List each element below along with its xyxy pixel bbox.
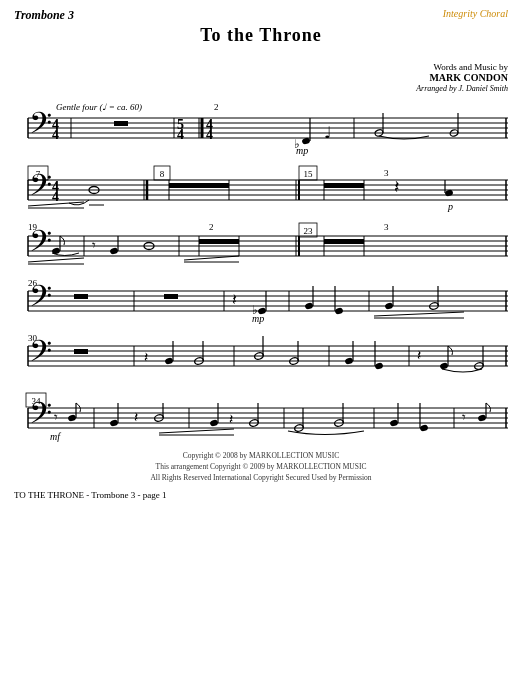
svg-point-175 (67, 414, 77, 422)
svg-text:All Rights Reserved   Internat: All Rights Reserved International Copyri… (150, 473, 371, 482)
svg-text:𝄾: 𝄾 (54, 414, 58, 420)
header: Trombone 3 Integrity Choral (14, 8, 508, 23)
svg-point-82 (51, 247, 61, 255)
svg-text:23: 23 (304, 226, 314, 236)
svg-text:Copyright © 2008 by MARKOLLECT: Copyright © 2008 by MARKOLLECTION MUSIC (183, 451, 339, 460)
svg-text:4: 4 (177, 127, 184, 142)
svg-text:𝄢: 𝄢 (29, 225, 52, 265)
svg-text:𝄢: 𝄢 (29, 335, 52, 375)
svg-text:2: 2 (209, 222, 214, 232)
svg-point-178 (109, 419, 119, 427)
svg-text:𝄾: 𝄾 (92, 242, 96, 248)
svg-text:p: p (447, 201, 453, 212)
svg-text:This arrangement Copyright © 2: This arrangement Copyright © 2009 by MAR… (156, 462, 367, 471)
svg-rect-60 (324, 183, 364, 188)
svg-point-201 (477, 414, 487, 422)
svg-rect-113 (164, 294, 178, 299)
svg-text:Arranged by J. Daniel Smith: Arranged by J. Daniel Smith (415, 84, 508, 93)
svg-rect-141 (74, 349, 88, 354)
svg-text:3: 3 (384, 222, 389, 232)
svg-point-197 (419, 424, 429, 432)
svg-point-184 (209, 419, 219, 427)
svg-point-123 (334, 307, 344, 315)
svg-text:♩: ♩ (324, 124, 332, 141)
svg-text:TO THE THRONE - Trombone 3 - p: TO THE THRONE - Trombone 3 - page 1 (14, 490, 167, 500)
svg-point-144 (164, 357, 174, 365)
svg-line-130 (374, 312, 464, 316)
svg-rect-95 (324, 239, 364, 244)
main-title: To the Throne (14, 25, 508, 46)
svg-rect-111 (74, 294, 88, 299)
svg-text:𝄢: 𝄢 (29, 107, 52, 147)
svg-text:15: 15 (304, 169, 314, 179)
svg-point-86 (109, 247, 119, 255)
svg-line-100 (184, 256, 239, 260)
svg-point-195 (389, 419, 399, 427)
title-section: To the Throne (14, 25, 508, 46)
svg-text:4: 4 (52, 127, 59, 142)
svg-text:2: 2 (214, 102, 219, 112)
publisher: Integrity Choral (443, 8, 508, 19)
svg-text:𝄢: 𝄢 (29, 169, 52, 209)
svg-rect-55 (169, 183, 229, 188)
svg-text:4: 4 (52, 189, 59, 204)
svg-text:8: 8 (160, 169, 165, 179)
svg-text:MARK CONDON: MARK CONDON (429, 72, 508, 83)
svg-text:3: 3 (384, 168, 389, 178)
svg-point-156 (374, 362, 384, 370)
instrument-name: Trombone 3 (14, 8, 74, 23)
svg-text:Gentle four (♩ = ca. 60): Gentle four (♩ = ca. 60) (56, 102, 142, 112)
svg-rect-16 (114, 121, 128, 126)
svg-text:Words and Music by: Words and Music by (433, 62, 508, 72)
svg-point-154 (344, 357, 354, 365)
svg-text:mp: mp (252, 313, 264, 324)
svg-line-204 (159, 429, 234, 433)
svg-text:𝄢: 𝄢 (29, 397, 52, 437)
svg-point-126 (384, 302, 394, 310)
score-area: Words and Music by MARK CONDON Arranged … (14, 48, 508, 696)
page: Trombone 3 Integrity Choral To the Thron… (0, 0, 522, 696)
svg-text:𝄢: 𝄢 (29, 280, 52, 320)
svg-point-121 (304, 302, 314, 310)
svg-text:mp: mp (296, 145, 308, 156)
svg-text:mf: mf (50, 431, 61, 442)
svg-rect-90 (199, 239, 239, 244)
svg-text:4: 4 (206, 127, 213, 142)
svg-text:𝄾: 𝄾 (462, 414, 466, 420)
